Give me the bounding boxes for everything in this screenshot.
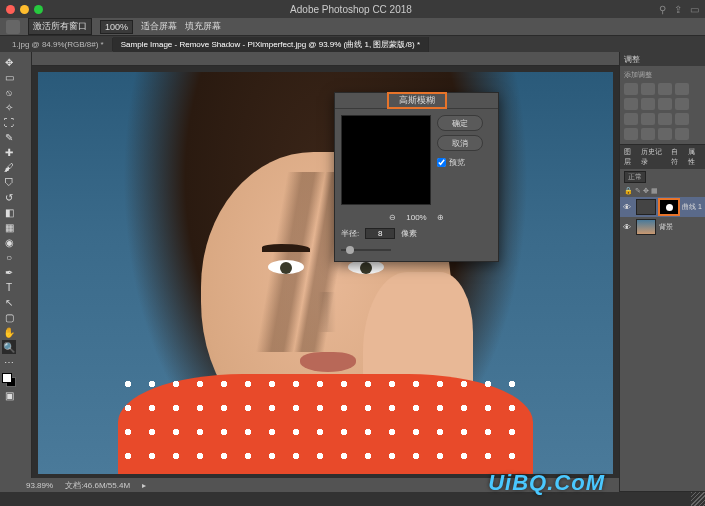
- chevron-right-icon[interactable]: ▸: [142, 481, 146, 490]
- layers-panel: 图层 历史记录 自符 属性 正常 🔒 ✎ ✥ ▦ 👁 曲线 1 👁 背景: [620, 145, 705, 492]
- tab-layers[interactable]: 图层: [624, 147, 637, 167]
- visibility-icon[interactable]: 👁: [623, 223, 633, 232]
- zoom-in-icon[interactable]: ⊕: [437, 213, 444, 222]
- bw-icon[interactable]: [675, 98, 689, 110]
- pen-tool-icon[interactable]: ✒: [2, 265, 16, 279]
- preview-checkbox-input[interactable]: [437, 158, 446, 167]
- dodge-tool-icon[interactable]: ○: [2, 250, 16, 264]
- stamp-tool-icon[interactable]: ⛉: [2, 175, 16, 189]
- radius-label: 半径:: [341, 228, 359, 239]
- preview-checkbox[interactable]: 预览: [437, 157, 483, 168]
- photo-filter-icon[interactable]: [624, 113, 638, 125]
- dialog-title-bar[interactable]: 高斯模糊: [335, 93, 498, 109]
- radius-slider[interactable]: [341, 249, 391, 251]
- marquee-tool-icon[interactable]: ▭: [2, 70, 16, 84]
- colorbal-icon[interactable]: [658, 98, 672, 110]
- zoom-out-icon[interactable]: ⊖: [389, 213, 396, 222]
- invert-icon[interactable]: [675, 113, 689, 125]
- move-tool-icon[interactable]: ✥: [2, 55, 16, 69]
- eraser-tool-icon[interactable]: ◧: [2, 205, 16, 219]
- dialog-preview[interactable]: [341, 115, 431, 205]
- tab-document-1[interactable]: 1.jpg @ 84.9%(RGB/8#) *: [4, 38, 113, 51]
- home-icon[interactable]: [6, 20, 20, 34]
- opt-zoom[interactable]: 100%: [100, 20, 133, 34]
- document-canvas[interactable]: [38, 72, 613, 474]
- path-tool-icon[interactable]: ↖: [2, 295, 16, 309]
- close-window-icon[interactable]: [6, 5, 15, 14]
- canvas-area: 93.89% 文档:46.6M/55.4M ▸ 高斯模糊 确定 取消 预览: [18, 52, 619, 492]
- title-right-icons: ⚲ ⇪ ▭: [659, 4, 699, 15]
- resize-handle-icon[interactable]: [691, 492, 705, 506]
- ok-button[interactable]: 确定: [437, 115, 483, 131]
- layer-options: 正常: [620, 169, 705, 185]
- tab-document-2[interactable]: Sample Image - Remove Shadow - PIXimperf…: [113, 37, 429, 52]
- levels-icon[interactable]: [641, 83, 655, 95]
- title-bar: Adobe Photoshop CC 2018 ⚲ ⇪ ▭: [0, 0, 705, 18]
- brush-tool-icon[interactable]: 🖌: [2, 160, 16, 174]
- wand-tool-icon[interactable]: ✧: [2, 100, 16, 114]
- radius-row: 半径: 像素: [335, 224, 498, 249]
- quickmask-icon[interactable]: ▣: [2, 388, 16, 402]
- workspace-icon[interactable]: ▭: [690, 4, 699, 15]
- opt-fit-screen[interactable]: 适合屏幕: [141, 20, 177, 33]
- layer-row-curves[interactable]: 👁 曲线 1: [620, 197, 705, 217]
- selective-color-icon[interactable]: [675, 128, 689, 140]
- more-tools-icon[interactable]: ⋯: [2, 355, 16, 369]
- workspace: ✥ ▭ ⍉ ✧ ⛶ ✎ ✚ 🖌 ⛉ ↺ ◧ ▦ ◉ ○ ✒ T ↖ ▢ ✋ 🔍 …: [0, 52, 705, 492]
- brightness-icon[interactable]: [624, 83, 638, 95]
- window-controls: [6, 5, 43, 14]
- tool-palette: ✥ ▭ ⍉ ✧ ⛶ ✎ ✚ 🖌 ⛉ ↺ ◧ ▦ ◉ ○ ✒ T ↖ ▢ ✋ 🔍 …: [0, 52, 18, 492]
- history-brush-icon[interactable]: ↺: [2, 190, 16, 204]
- zoom-level[interactable]: 93.89%: [26, 481, 53, 490]
- color-swatch[interactable]: [2, 373, 16, 387]
- portrait-image: [38, 72, 613, 474]
- cancel-button[interactable]: 取消: [437, 135, 483, 151]
- background-thumb[interactable]: [636, 219, 656, 235]
- adjustments-panel: 调整 添加调整: [620, 52, 705, 145]
- lookup-icon[interactable]: [658, 113, 672, 125]
- posterize-icon[interactable]: [624, 128, 638, 140]
- layer-row-background[interactable]: 👁 背景: [620, 217, 705, 237]
- adjustments-header[interactable]: 调整: [620, 52, 705, 66]
- tab-properties[interactable]: 属性: [688, 147, 701, 167]
- app-title: Adobe Photoshop CC 2018: [43, 4, 659, 15]
- crop-tool-icon[interactable]: ⛶: [2, 115, 16, 129]
- exposure-icon[interactable]: [675, 83, 689, 95]
- layer-mask-thumb[interactable]: [659, 199, 679, 215]
- visibility-icon[interactable]: 👁: [623, 203, 633, 212]
- vibrance-icon[interactable]: [624, 98, 638, 110]
- gradient-tool-icon[interactable]: ▦: [2, 220, 16, 234]
- curves-icon[interactable]: [658, 83, 672, 95]
- radius-input[interactable]: [365, 228, 395, 239]
- dialog-title: 高斯模糊: [387, 92, 447, 109]
- tab-glyphs[interactable]: 自符: [671, 147, 684, 167]
- opt-fill-screen[interactable]: 填充屏幕: [185, 20, 221, 33]
- search-icon[interactable]: ⚲: [659, 4, 666, 15]
- minimize-window-icon[interactable]: [20, 5, 29, 14]
- layer-name-background[interactable]: 背景: [659, 222, 673, 232]
- type-tool-icon[interactable]: T: [2, 280, 16, 294]
- layer-name-curves[interactable]: 曲线 1: [682, 202, 702, 212]
- blur-tool-icon[interactable]: ◉: [2, 235, 16, 249]
- lock-icons[interactable]: 🔒 ✎ ✥ ▦: [624, 187, 658, 195]
- foreground-color[interactable]: [2, 373, 12, 383]
- eyedropper-tool-icon[interactable]: ✎: [2, 130, 16, 144]
- lasso-tool-icon[interactable]: ⍉: [2, 85, 16, 99]
- zoom-tool-icon[interactable]: 🔍: [2, 340, 16, 354]
- maximize-window-icon[interactable]: [34, 5, 43, 14]
- shape-tool-icon[interactable]: ▢: [2, 310, 16, 324]
- channel-mixer-icon[interactable]: [641, 113, 655, 125]
- tab-history[interactable]: 历史记录: [641, 147, 667, 167]
- adjustment-thumb[interactable]: [636, 199, 656, 215]
- threshold-icon[interactable]: [641, 128, 655, 140]
- ruler-horizontal: [32, 52, 619, 66]
- share-icon[interactable]: ⇪: [674, 4, 682, 15]
- opt-item-1[interactable]: 激活所有窗口: [28, 18, 92, 35]
- right-panels: 调整 添加调整: [619, 52, 705, 492]
- blend-mode-select[interactable]: 正常: [624, 171, 646, 183]
- hue-icon[interactable]: [641, 98, 655, 110]
- gradient-map-icon[interactable]: [658, 128, 672, 140]
- hand-tool-icon[interactable]: ✋: [2, 325, 16, 339]
- watermark-text: UiBQ.CoM: [488, 470, 605, 496]
- heal-tool-icon[interactable]: ✚: [2, 145, 16, 159]
